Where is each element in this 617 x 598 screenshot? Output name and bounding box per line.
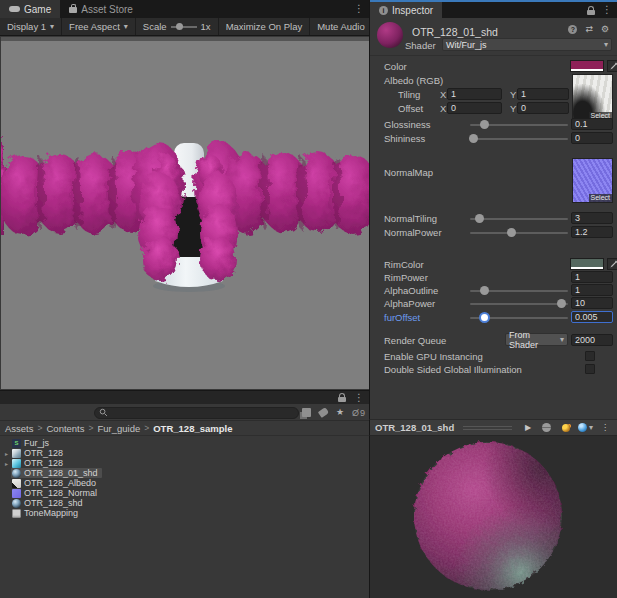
fur-offset-field[interactable]: 0.005	[571, 311, 613, 323]
game-panel: Game Asset Store ⋮ Display 1 ▾ Free Aspe…	[0, 0, 369, 390]
alpha-outline-field[interactable]: 1	[571, 284, 613, 296]
alpha-power-field[interactable]: 10	[571, 297, 613, 309]
rim-power-field[interactable]: 1	[571, 271, 613, 283]
preview-light-button[interactable]	[559, 421, 573, 434]
normal-tiling-slider[interactable]	[470, 212, 568, 225]
offset-x-field[interactable]: 0	[447, 102, 502, 114]
eyedropper-icon[interactable]	[607, 60, 617, 72]
gear-icon[interactable]: ⚙	[601, 25, 609, 34]
list-item-label: OTR_128_Normal	[24, 488, 97, 498]
tiling-row: Tiling X 1 Y 1	[384, 88, 613, 101]
tiling-x-field[interactable]: 1	[447, 88, 502, 100]
list-item[interactable]: ▸OTR_128	[0, 458, 369, 468]
breadcrumb-item[interactable]: Contents	[46, 423, 84, 434]
light-icon	[562, 424, 570, 432]
list-item[interactable]: ▸OTR_128	[0, 448, 369, 458]
tab-game[interactable]: Game	[0, 0, 60, 18]
expand-arrow-icon[interactable]: ▸	[2, 450, 11, 457]
preview-menu-icon[interactable]: ⋮	[598, 421, 612, 434]
lock-icon[interactable]	[587, 10, 595, 15]
presets-icon[interactable]: ⇄	[585, 25, 593, 34]
aspect-dropdown[interactable]: Free Aspect ▾	[62, 18, 136, 35]
normal-power-slider[interactable]	[470, 226, 568, 239]
save-search-star-icon[interactable]: ★	[336, 408, 344, 417]
shininess-row: Shininess 0	[384, 132, 613, 145]
lock-icon[interactable]	[338, 397, 346, 402]
project-menu-icon[interactable]: ⋮	[354, 393, 364, 403]
alpha-power-row: AlphaPower 10	[384, 297, 613, 310]
chevron-down-icon: ▾	[589, 423, 593, 432]
display-dropdown[interactable]: Display 1 ▾	[0, 18, 62, 35]
breadcrumb-separator: >	[144, 423, 149, 433]
tab-game-label: Game	[24, 4, 51, 15]
color-swatch[interactable]	[570, 60, 604, 72]
alpha-power-slider[interactable]	[470, 297, 568, 310]
material-preview[interactable]	[369, 436, 617, 598]
breadcrumb-separator: >	[38, 423, 43, 433]
alpha-outline-slider[interactable]	[470, 284, 568, 297]
tiling-y-field[interactable]: 1	[517, 88, 569, 100]
glossiness-row: Glossiness 0.1	[384, 118, 613, 131]
mesh-asset-icon	[12, 459, 21, 468]
search-by-type-icon[interactable]	[302, 408, 311, 417]
preview-header[interactable]: OTR_128_01_shd ▶ ▾ ⋮	[369, 419, 617, 436]
tab-inspector[interactable]: i Inspector	[370, 2, 442, 18]
breadcrumb-item[interactable]: Assets	[5, 423, 34, 434]
sphere-mesh-icon	[542, 423, 551, 432]
preview-drag-handle[interactable]	[463, 425, 512, 430]
list-item-label: OTR_128	[24, 448, 63, 458]
gpu-instancing-checkbox[interactable]	[585, 351, 595, 361]
render-queue-row: Render Queue From Shader ▾ 2000	[384, 334, 613, 347]
game-panel-menu-icon[interactable]: ⋮	[354, 4, 364, 14]
tab-asset-store[interactable]: Asset Store	[60, 0, 142, 18]
breadcrumb-separator: >	[89, 423, 94, 433]
breadcrumb-item[interactable]: OTR_128_sample	[153, 423, 232, 434]
normal-power-field[interactable]: 1.2	[571, 226, 613, 238]
inspector-menu-icon[interactable]: ⋮	[602, 5, 612, 15]
list-item-label: Fur_js	[24, 438, 49, 448]
eye-off-icon: Ø	[352, 408, 359, 418]
double-sided-gi-checkbox[interactable]	[585, 364, 595, 374]
normalmap-texture-thumbnail[interactable]: Select	[572, 158, 613, 203]
tab-inspector-label: Inspector	[392, 5, 433, 16]
list-item[interactable]: OTR_128_Normal	[0, 488, 369, 498]
glossiness-slider[interactable]	[470, 118, 568, 131]
gamepad-icon	[9, 6, 20, 12]
shininess-slider[interactable]	[470, 132, 568, 145]
scale-value: 1x	[201, 21, 211, 32]
render-queue-field[interactable]: 2000	[571, 334, 613, 346]
normal-power-row: NormalPower 1.2	[384, 226, 613, 239]
shader-dropdown[interactable]: Wit/Fur_js ▾	[442, 38, 612, 51]
list-item-label: OTR_128_01_shd	[24, 468, 98, 478]
chevron-down-icon: ▾	[560, 335, 564, 344]
fur-offset-slider[interactable]	[470, 311, 568, 324]
preview-mesh-icon[interactable]	[540, 421, 554, 434]
rim-color-swatch[interactable]	[570, 258, 604, 270]
search-by-label-icon[interactable]	[318, 407, 329, 418]
help-icon[interactable]: ?	[568, 25, 577, 34]
shininess-field[interactable]: 0	[571, 132, 613, 144]
hidden-count-toggle[interactable]: Ø 9	[352, 408, 365, 418]
mute-audio-button[interactable]: Mute Audio	[310, 18, 369, 35]
list-item[interactable]: OTR_128_Albedo	[0, 478, 369, 488]
render-queue-dropdown[interactable]: From Shader ▾	[505, 333, 568, 346]
alpha-outline-row: AlphaOutline 1	[384, 284, 613, 297]
glossiness-field[interactable]: 0.1	[571, 118, 613, 130]
list-item[interactable]: OTR_128_01_shd	[0, 468, 369, 478]
project-header: ⋮	[0, 391, 369, 404]
search-input[interactable]	[94, 407, 299, 419]
list-item[interactable]: ToneMapping	[0, 508, 369, 518]
inspector-tabstrip: i Inspector ⋮	[370, 2, 617, 18]
list-item[interactable]: SFur_js	[0, 438, 369, 448]
breadcrumb-item[interactable]: Fur_guide	[97, 423, 140, 434]
preview-play-button[interactable]: ▶	[521, 421, 535, 434]
list-item-label: OTR_128_Albedo	[24, 478, 96, 488]
expand-arrow-icon[interactable]: ▸	[2, 460, 11, 467]
eyedropper-icon[interactable]	[607, 258, 617, 270]
preview-render-mode-dropdown[interactable]: ▾	[578, 421, 593, 434]
scale-slider[interactable]	[171, 22, 197, 32]
offset-y-field[interactable]: 0	[517, 102, 569, 114]
list-item[interactable]: OTR_128_shd	[0, 498, 369, 508]
maximize-on-play-button[interactable]: Maximize On Play	[219, 18, 311, 35]
normal-tiling-field[interactable]: 3	[571, 212, 613, 224]
